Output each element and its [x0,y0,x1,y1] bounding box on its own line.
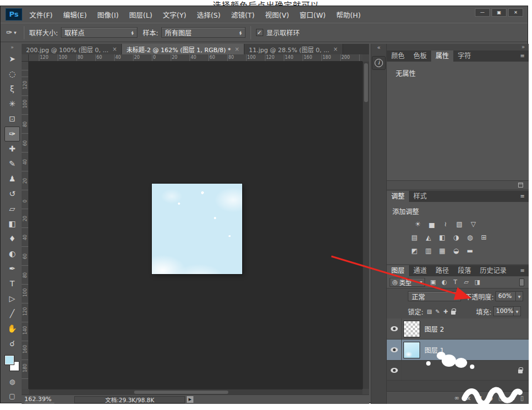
zoom-level-field[interactable]: 162.39% [24,396,54,403]
marquee-tool[interactable]: ◌ [4,67,20,82]
chevron-down-icon[interactable]: ▼ [514,306,521,316]
new-group-icon[interactable]: ▢ [498,394,504,402]
restore-button[interactable]: ▣ [492,8,507,17]
panel-tab[interactable]: 样式 [409,191,431,202]
layer-style-icon[interactable]: fx [465,394,470,402]
adjustment-icon[interactable]: ▬ [464,246,475,256]
blur-tool[interactable]: ♦ [4,231,20,246]
zoom-tool[interactable]: ☌ [4,336,20,351]
new-layer-icon[interactable]: ⊞ [510,394,515,402]
panel-menu-icon[interactable]: ≡ [520,191,525,202]
layer-row[interactable]: 图层 2 [387,318,529,340]
menu-item[interactable]: 视图(V) [265,9,289,20]
panel-tab[interactable]: 通道 [409,265,431,276]
healing-brush-tool[interactable]: ✚ [4,141,20,156]
menu-item[interactable]: 图层(L) [129,9,152,20]
screen-mode-icon[interactable]: ▢ [4,390,20,402]
info-panel-button[interactable]: i [372,56,386,70]
menu-item[interactable]: 文件(F) [29,9,53,20]
add-mask-icon[interactable]: ◨ [476,394,482,402]
panel-tab[interactable]: 路径 [431,265,453,276]
adjustment-icon[interactable]: ☀ [412,219,423,229]
panel-tab[interactable]: 颜色 [387,50,409,62]
hand-tool[interactable]: ✋ [4,321,20,336]
filter-kind-icon[interactable]: ◐ [441,279,448,286]
menu-item[interactable]: 窗口(W) [300,9,326,20]
close-tab-icon[interactable]: × [235,46,239,52]
panel-tab[interactable]: 色板 [409,50,431,62]
filter-kind-icon[interactable]: ◨ [474,279,481,286]
quick-selection-tool[interactable]: ✳ [4,97,20,112]
panel-menu-icon[interactable]: ≡ [520,265,525,276]
quick-mask-icon[interactable]: ◍ [4,376,20,388]
adjustment-icon[interactable]: ▥ [423,246,434,256]
adjustment-icon[interactable]: ▧ [454,219,465,229]
layer-row-selected[interactable]: 图层 1 [387,340,529,361]
document-tab[interactable]: 200.jpg @ 100% (图层 0, ... × [22,44,122,54]
eyedropper-tool[interactable]: ✑ [4,126,20,141]
layer-name[interactable]: 图层 1 [424,345,444,355]
expand-panels-icon[interactable]: « [371,44,386,51]
panel-tab[interactable]: 字符 [453,50,475,62]
vertical-scrollbar[interactable] [362,62,369,389]
panel-tab[interactable]: 图层 [387,265,409,276]
lock-option-icon[interactable]: ✎ [436,308,440,315]
toolbar-collapse-icon[interactable]: » [3,44,21,50]
panel-tab[interactable]: 调整 [387,191,409,202]
visibility-toggle[interactable] [387,340,402,360]
collapse-panels-icon[interactable]: » [521,44,525,50]
sample-dropdown[interactable]: 所有图层 ▲▼ [161,27,245,38]
filter-kind-icon[interactable]: ▱ [463,279,470,286]
filter-kind-icon[interactable]: ▣ [429,279,437,286]
chevron-down-icon[interactable]: ▼ [516,291,523,301]
foreground-color-swatch[interactable] [5,356,14,365]
lasso-tool[interactable]: ξ [4,82,20,97]
sample-size-dropdown[interactable]: 取样点 ▲▼ [61,27,137,38]
menu-item[interactable]: 文字(Y) [163,9,186,20]
dodge-tool[interactable]: ◐ [4,246,20,261]
panel-tab[interactable]: 段落 [453,265,475,276]
scrollbar-thumb[interactable] [364,63,368,102]
brush-tool[interactable]: ✎ [4,156,20,171]
layer-row-background[interactable] [387,361,529,381]
opacity-value-field[interactable]: 60% [495,291,516,301]
adjustment-icon[interactable]: ▦ [437,246,448,256]
layer-thumbnail[interactable] [403,321,420,337]
minimize-button[interactable]: — [475,8,490,17]
filter-toggle[interactable] [519,279,524,286]
status-menu-icon[interactable]: ▶ [187,396,193,403]
clone-stamp-tool[interactable]: ♟ [4,171,20,186]
tool-preset-picker[interactable]: ✑ ▼ [6,28,17,37]
adjustment-icon[interactable]: ▅ [426,219,437,229]
adjustment-icon[interactable]: ◧ [437,232,448,242]
menu-item[interactable]: 图像(I) [98,9,119,20]
eraser-tool[interactable]: ▱ [4,201,20,216]
horizontal-scrollbar[interactable] [29,389,362,394]
type-tool[interactable]: T [4,276,20,291]
lock-option-icon[interactable]: ✚ [443,308,448,315]
adjustment-icon[interactable]: ◍ [464,232,475,242]
gradient-tool[interactable]: ◧ [4,216,20,231]
menu-item[interactable]: 选择(S) [197,9,221,20]
visibility-toggle[interactable] [387,361,402,380]
link-layers-icon[interactable]: ∞ [454,394,459,402]
menu-item[interactable]: 编辑(E) [63,9,87,20]
document-tab[interactable]: 未标题-2 @ 162% (图层 1, RGB/8) * × [122,44,244,54]
filter-type-dropdown[interactable]: ◎ 类型 ▼ [390,278,425,287]
panel-tab[interactable]: 属性 [431,50,453,62]
scrollbar-thumb[interactable] [134,391,228,394]
trash-icon[interactable] [518,183,523,188]
adjustment-icon[interactable]: ◒ [451,246,462,256]
fill-value-field[interactable]: 100% [493,306,514,316]
adjustment-icon[interactable]: ≀ [440,219,451,229]
visibility-toggle[interactable] [387,318,402,339]
menu-item[interactable]: 滤镜(T) [231,9,254,20]
path-selection-tool[interactable]: ▷ [4,291,20,306]
history-brush-tool[interactable]: ↺ [4,186,20,201]
panel-menu-icon[interactable]: ≡ [520,50,525,62]
panel-tab[interactable]: 历史记录 [475,265,511,276]
close-tab-icon[interactable]: × [333,46,337,52]
move-tool[interactable]: ➤ [4,52,20,67]
crop-tool[interactable]: ⊡ [4,112,20,126]
adjustment-icon[interactable]: ▤ [409,232,420,242]
